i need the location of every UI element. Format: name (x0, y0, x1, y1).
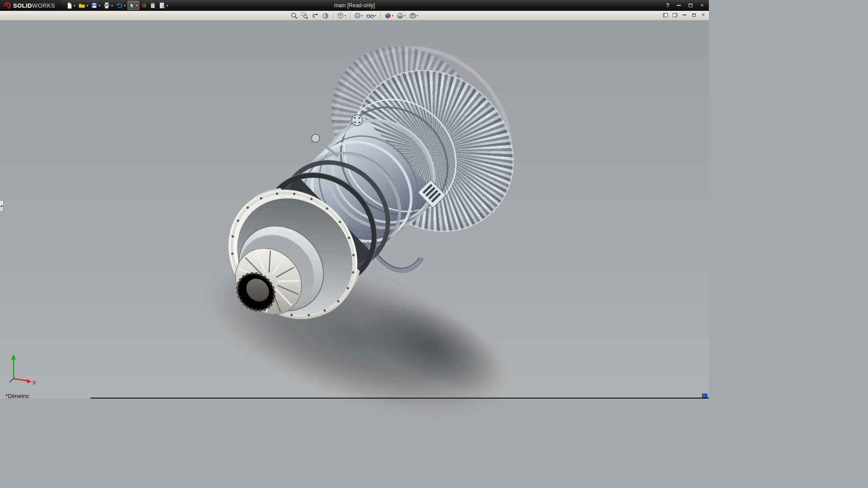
zoom-to-fit-icon (291, 12, 298, 19)
document-close-button[interactable]: × (699, 11, 707, 19)
toolbar-separator (333, 13, 333, 19)
section-view-icon (322, 12, 329, 19)
headsup-toolbar-strip: ▾ ▾ ▾ ▾ (0, 11, 709, 21)
hide-show-items-button[interactable]: ▾ (365, 11, 377, 20)
print-icon (103, 2, 110, 9)
edit-appearance-button[interactable]: ▾ (383, 11, 395, 20)
triad-x-axis (14, 379, 28, 381)
headsup-view-toolbar: ▾ ▾ ▾ ▾ (290, 11, 419, 20)
instant3d-toggle-button[interactable] (140, 1, 148, 10)
apply-scene-dropdown[interactable]: ▾ (404, 14, 406, 18)
zoom-to-fit-button[interactable] (290, 11, 299, 20)
edit-appearance-icon (384, 12, 392, 19)
restore-icon (689, 4, 693, 7)
save-dropdown-arrow[interactable]: ▾ (99, 4, 100, 8)
bottom-edge (90, 398, 709, 399)
undo-dropdown-arrow[interactable]: ▾ (124, 4, 126, 8)
view-settings-button[interactable]: ▾ (408, 11, 420, 20)
hide-show-items-dropdown[interactable]: ▾ (375, 14, 377, 18)
triad-z-axis (9, 379, 14, 382)
view-settings-icon (409, 12, 416, 19)
pane-right-icon (673, 13, 677, 17)
pane-toggle-left-button[interactable] (661, 11, 669, 19)
new-document-button[interactable]: ▾ (65, 1, 76, 10)
triad-x-label: X (33, 380, 36, 385)
orientation-triad[interactable]: X (6, 352, 38, 385)
window-title: main [Read-only] (334, 2, 375, 9)
solidworks-logo: SOLIDWORKS (0, 0, 61, 11)
select-dropdown-arrow[interactable]: ▾ (136, 4, 138, 8)
status-grip (702, 394, 708, 398)
select-button[interactable]: ▾ (127, 1, 139, 10)
featuremanager-splitter[interactable]: ◂▸ (0, 200, 4, 212)
close-button[interactable]: × (698, 2, 706, 9)
help-icon[interactable]: ? (665, 2, 671, 9)
engine-model (0, 21, 709, 399)
window-controls: ? × (665, 0, 706, 11)
restore-button[interactable] (686, 2, 694, 9)
graphics-viewport[interactable]: X *Dimetric ◂▸ (0, 21, 709, 399)
solidworks-logo-text: SOLIDWORKS (13, 2, 55, 9)
apply-scene-button[interactable]: ▾ (396, 11, 407, 20)
triad-y-arrowhead (11, 354, 16, 360)
triad-x-arrowhead (27, 379, 32, 383)
open-icon (78, 2, 85, 9)
print-button[interactable]: ▾ (102, 1, 114, 10)
view-settings-dropdown[interactable]: ▾ (417, 14, 419, 18)
open-button[interactable]: ▾ (77, 1, 89, 10)
main-toolbar: ▾ ▾ ▾ ▾ (65, 1, 169, 10)
pane-toggle-right-button[interactable] (671, 11, 679, 19)
document-restore-button[interactable] (690, 11, 698, 19)
display-style-icon (354, 12, 361, 19)
display-style-dropdown[interactable]: ▾ (361, 14, 363, 18)
new-document-icon (66, 2, 73, 9)
pane-left-icon (663, 13, 668, 17)
view-orientation-button[interactable]: ▾ (336, 11, 347, 20)
display-style-button[interactable]: ▾ (353, 11, 364, 20)
section-view-button[interactable] (321, 11, 330, 20)
undo-icon (116, 2, 123, 9)
view-orientation-icon (337, 12, 344, 19)
document-minimize-icon (683, 14, 686, 15)
title-bar: SOLIDWORKS ▾ ▾ ▾ (0, 0, 709, 11)
minimize-icon (677, 5, 681, 6)
instant3d-toggle-icon (141, 2, 147, 9)
zoom-to-area-button[interactable] (300, 11, 309, 20)
new-dropdown-arrow[interactable]: ▾ (74, 4, 75, 8)
previous-view-icon (311, 12, 319, 19)
logo-light: WORKS (32, 2, 55, 9)
undo-button[interactable]: ▾ (115, 1, 127, 10)
zoom-to-area-icon (301, 12, 308, 19)
solidworks-logo-icon (4, 2, 11, 9)
document-minimize-button[interactable] (680, 11, 688, 19)
save-icon (91, 2, 98, 9)
view-orientation-dropdown[interactable]: ▾ (344, 14, 346, 18)
minimize-button[interactable] (675, 2, 683, 9)
open-dropdown-arrow[interactable]: ▾ (86, 4, 88, 8)
document-restore-icon (692, 14, 696, 17)
clipboard-button[interactable] (149, 1, 157, 10)
select-cursor-icon (129, 2, 135, 9)
hide-show-items-icon (366, 12, 374, 19)
apply-scene-icon (396, 12, 404, 19)
design-binder-icon (159, 2, 165, 9)
previous-view-button[interactable] (311, 11, 320, 20)
logo-bold: SOLID (13, 2, 32, 9)
design-binder-dropdown-arrow[interactable]: ▾ (166, 4, 168, 8)
toolbar-separator (380, 13, 381, 19)
print-dropdown-arrow[interactable]: ▾ (111, 4, 113, 8)
document-window-controls: × (661, 11, 707, 19)
toolbar-separator (349, 13, 350, 19)
view-orientation-status: *Dimetric (5, 393, 29, 399)
design-binder-button[interactable]: ▾ (158, 1, 169, 10)
save-button[interactable]: ▾ (90, 1, 101, 10)
edit-appearance-dropdown[interactable]: ▾ (392, 14, 394, 18)
clipboard-icon (150, 2, 156, 9)
